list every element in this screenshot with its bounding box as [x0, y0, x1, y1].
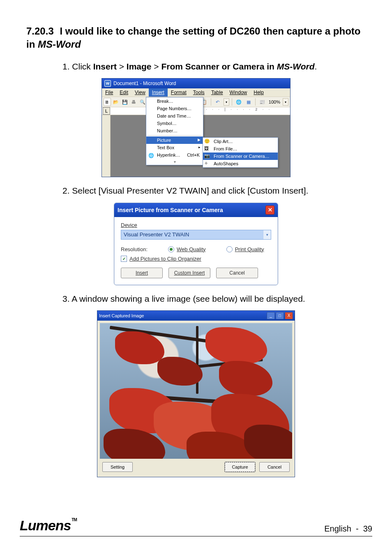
custom-insert-button[interactable]: Custom Insert [168, 268, 210, 278]
capture-close-button[interactable]: X [285, 312, 293, 319]
menu-item-date-time[interactable]: Date and Time… [146, 112, 203, 120]
menu-item-break[interactable]: Break… [146, 97, 203, 105]
submenu-from-scanner[interactable]: 📷From Scanner or Camera… [203, 153, 278, 160]
save-icon[interactable]: 💾 [121, 98, 129, 106]
preview-icon[interactable]: 🔍 [139, 98, 146, 106]
device-label: Device [121, 222, 271, 228]
capture-minimize-button[interactable]: _ [267, 312, 275, 319]
read-icon[interactable]: 📰 [258, 98, 266, 106]
scanner-icon: 📷 [204, 153, 211, 160]
dialog-titlebar: Insert Picture from Scanner or Camera ✕ [114, 203, 278, 217]
step-3: 3. A window showing a live image (see be… [62, 293, 366, 305]
insert-button[interactable]: Insert [121, 268, 163, 278]
menu-item-symbol[interactable]: Symbol… [146, 120, 203, 127]
step-1: 1. Click Insert > Image > From Scanner o… [62, 60, 366, 72]
radio-print-quality[interactable]: Print Quality [226, 246, 264, 252]
insert-dropdown-menu: Break… Page Numbers… Date and Time… Symb… [146, 97, 203, 165]
menu-expand[interactable]: ▾ [146, 159, 203, 165]
heading-number: 7.20.3 [26, 25, 54, 38]
menu-item-page-numbers[interactable]: Page Numbers… [146, 105, 203, 112]
word-toolbar-left: 🗎 📂 💾 🖶 🔍 [102, 97, 148, 107]
ruler-left: L [102, 107, 148, 115]
hyperlink-small-icon: 🌐 [148, 152, 154, 159]
capture-maximize-button[interactable]: □ [276, 312, 284, 319]
menu-view[interactable]: View [131, 88, 149, 97]
word-titlebar: W Document1 - Microsoft Word [102, 79, 290, 88]
zoom-dropdown[interactable]: ▾ [283, 98, 288, 106]
word-title-text: Document1 - Microsoft Word [113, 81, 176, 86]
menu-item-number[interactable]: Number… [146, 127, 203, 134]
new-doc-icon[interactable]: 🗎 [104, 98, 111, 106]
device-select[interactable]: Visual Presenter V2 TWAIN ▾ [121, 230, 271, 240]
picture-submenu: 🙂Clip Art… 🖼From File… 📷From Scanner or … [203, 137, 278, 168]
table-icon[interactable]: ▦ [244, 98, 253, 106]
menu-format[interactable]: Format [168, 88, 190, 97]
radio-web-quality[interactable]: Web Quality [168, 246, 206, 252]
radio-icon [168, 246, 174, 252]
capture-button[interactable]: Capture [225, 462, 255, 472]
capture-cancel-button[interactable]: Cancel [259, 462, 290, 472]
submenu-from-file[interactable]: 🖼From File… [203, 145, 278, 153]
capture-title-text: Insert Captured Image [99, 313, 144, 318]
undo-icon[interactable]: ↶ [214, 98, 222, 106]
step-2: 2. Select [Visual Presenter V2 TWAIN] an… [62, 185, 366, 196]
hyperlink-icon[interactable]: 🌐 [235, 98, 243, 106]
open-icon[interactable]: 📂 [113, 98, 120, 106]
print-icon[interactable]: 🖶 [130, 98, 138, 106]
fromfile-icon: 🖼 [204, 146, 211, 153]
dialog-title-text: Insert Picture from Scanner or Camera [118, 207, 223, 213]
menu-item-picture[interactable]: Picture▶ [146, 136, 203, 144]
zoom-value: 100% [269, 99, 280, 104]
section-heading: 7.20.3 I would like to change the settin… [26, 25, 366, 51]
submenu-clip-art[interactable]: 🙂Clip Art… [203, 138, 278, 145]
device-value: Visual Presenter V2 TWAIN [121, 230, 263, 239]
menu-table[interactable]: Table [208, 88, 226, 97]
menu-insert[interactable]: Insert [149, 88, 168, 97]
menu-item-hyperlink[interactable]: 🌐Hyperlink…Ctrl+K [146, 151, 203, 159]
figure-insert-dialog: Insert Picture from Scanner or Camera ✕ … [114, 203, 278, 285]
checkbox-add-clip[interactable]: ✔ Add Pictures to Clip Organizer [121, 256, 271, 262]
device-dropdown-icon[interactable]: ▾ [263, 230, 271, 239]
brand-logo: LumensTM [20, 518, 77, 534]
word-menu-bar: File Edit View Insert Format Tools Table… [102, 88, 290, 97]
page-number: English - 39 [324, 524, 372, 534]
setting-button[interactable]: Setting [102, 462, 133, 472]
dialog-close-button[interactable]: ✕ [265, 206, 274, 215]
heading-em: MS-Word [38, 39, 81, 50]
autoshapes-icon: ✧ [204, 161, 211, 167]
word-app-icon: W [104, 80, 111, 87]
capture-titlebar: Insert Captured Image _ □ X [97, 311, 295, 321]
menu-file[interactable]: File [102, 88, 116, 97]
clipart-icon: 🙂 [204, 139, 211, 145]
menu-window[interactable]: Window [226, 88, 251, 97]
menu-tools[interactable]: Tools [190, 88, 208, 97]
menu-help[interactable]: Help [250, 88, 267, 97]
cancel-button[interactable]: Cancel [216, 268, 258, 278]
vertical-ruler [102, 115, 111, 177]
menu-item-textbox[interactable]: Text Box▸ [146, 144, 203, 151]
figure-word-window: W Document1 - Microsoft Word File Edit V… [101, 78, 291, 177]
checkbox-icon: ✔ [121, 256, 127, 262]
live-image-preview [100, 323, 292, 459]
resolution-label: Resolution: [121, 246, 148, 252]
tab-indicator[interactable]: L [103, 107, 110, 115]
undo-dropdown[interactable]: ▾ [224, 98, 229, 106]
radio-icon [226, 246, 233, 252]
page-footer: LumensTM English - 39 [20, 518, 372, 536]
menu-edit[interactable]: Edit [116, 88, 131, 97]
submenu-autoshapes[interactable]: ✧AutoShapes [203, 160, 278, 167]
figure-capture-window: Insert Captured Image _ □ X [97, 310, 295, 477]
